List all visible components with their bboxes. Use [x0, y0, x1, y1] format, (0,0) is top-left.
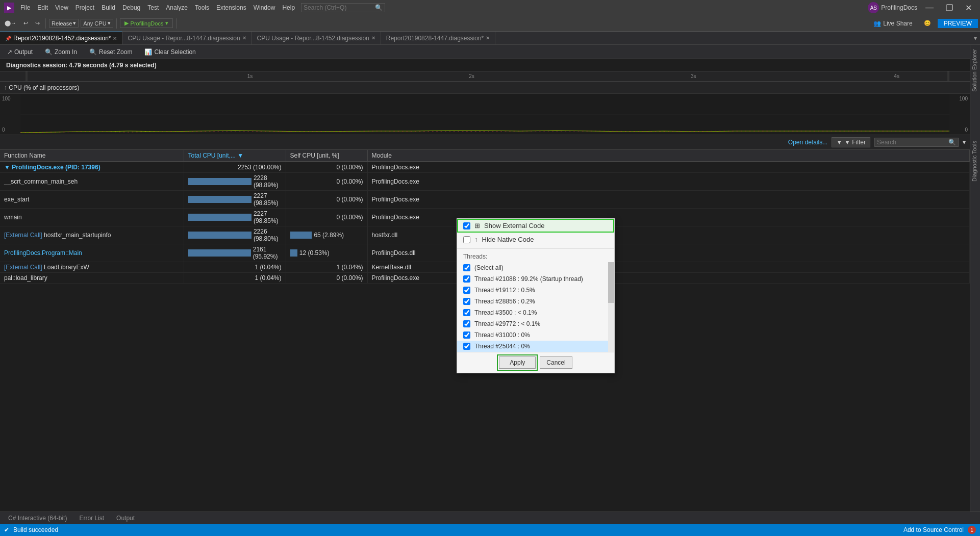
- tab-label-1: CPU Usage - Repor...8-1447.diagsession: [128, 35, 240, 42]
- tab-close-2[interactable]: ✕: [371, 35, 375, 41]
- thread-item-2[interactable]: Thread #28856 : 0.2%: [457, 296, 614, 307]
- bottom-tab-errors[interactable]: Error List: [75, 514, 108, 523]
- tab-3[interactable]: Report20190828-1447.diagsession* ✕: [381, 32, 495, 45]
- build-config-dropdown[interactable]: Release ▾: [49, 19, 79, 28]
- hide-native-code-item[interactable]: ↑ Hide Native Code: [457, 233, 614, 246]
- total-cpu-cell: 2161 (95.92%): [184, 244, 286, 262]
- menu-file[interactable]: File: [17, 3, 33, 12]
- thread-item-3[interactable]: Thread #3500 : < 0.1%: [457, 307, 614, 318]
- thread-scrollbar-track[interactable]: [608, 262, 614, 352]
- diagnostic-tools-tab[interactable]: Diagnostic Tools: [970, 137, 980, 186]
- fn-name-cell[interactable]: wmain: [0, 209, 184, 226]
- global-search-box[interactable]: 🔍: [301, 3, 385, 12]
- run-button[interactable]: ▶ ProfilingDocs ▾: [120, 18, 173, 28]
- bottom-tab-csharp[interactable]: C# Interactive (64-bit): [4, 514, 71, 523]
- thread-checkbox-2[interactable]: [463, 298, 470, 305]
- tab-2[interactable]: CPU Usage - Repor...8-1452.diagsession ✕: [252, 32, 381, 45]
- platform-dropdown[interactable]: Any CPU ▾: [81, 19, 113, 28]
- menu-test[interactable]: Test: [144, 3, 162, 12]
- apply-button[interactable]: Apply: [499, 356, 536, 369]
- tab-1[interactable]: CPU Usage - Repor...8-1447.diagsession ✕: [122, 32, 252, 45]
- thread-item-0[interactable]: Thread #21088 : 99.2% (Startup thread): [457, 273, 614, 285]
- show-external-code-label: Show External Code: [484, 222, 545, 229]
- y-max-right: 100: [959, 96, 968, 101]
- thread-checkbox-5[interactable]: [463, 331, 470, 339]
- menu-window[interactable]: Window: [250, 3, 279, 12]
- open-details-link[interactable]: Open details...: [788, 139, 827, 146]
- output-button[interactable]: ↗ Output: [4, 47, 36, 57]
- tabs-overflow-button[interactable]: ▾: [971, 35, 980, 42]
- close-button[interactable]: ✕: [961, 2, 976, 14]
- new-file-button[interactable]: ⬤→: [2, 18, 19, 28]
- bottom-tab-output[interactable]: Output: [112, 514, 139, 523]
- table-header-row: Function Name Total CPU [unit,... ▼ Self…: [0, 150, 970, 162]
- fn-name-cell[interactable]: exe_start: [0, 191, 184, 209]
- menu-analyze[interactable]: Analyze: [163, 3, 191, 12]
- session-info-text: Diagnostics session: 4.79 seconds (4.79 …: [6, 62, 157, 69]
- global-search-input[interactable]: [304, 4, 375, 11]
- reset-zoom-button[interactable]: 🔍 Reset Zoom: [86, 47, 135, 57]
- search-icon: 🔍: [375, 4, 383, 11]
- tab-close-3[interactable]: ✕: [486, 35, 490, 41]
- select-all-checkbox[interactable]: [463, 264, 470, 271]
- thread-select-all[interactable]: (Select all): [457, 262, 614, 273]
- timeline-area: 1s 2s 3s 4s ↑ CPU (% of all processors) …: [0, 71, 970, 135]
- menu-help[interactable]: Help: [279, 3, 298, 12]
- profile-avatar[interactable]: AS: [868, 2, 879, 13]
- filter-search-input[interactable]: [877, 139, 948, 146]
- filter-search-box[interactable]: 🔍: [874, 138, 959, 147]
- tab-close-1[interactable]: ✕: [242, 35, 246, 41]
- filter-icon: ▼: [836, 139, 842, 146]
- menu-project[interactable]: Project: [72, 3, 97, 12]
- cancel-button[interactable]: Cancel: [540, 356, 572, 369]
- undo-button[interactable]: ↩: [21, 18, 31, 28]
- col-function-name[interactable]: Function Name: [0, 150, 184, 162]
- feedback-button[interactable]: 😊: [921, 18, 934, 28]
- fn-name-cell[interactable]: ▼ ProfilingDocs.exe (PID: 17396): [0, 162, 184, 173]
- fn-name-cell[interactable]: [External Call] hostfxr_main_startupinfo: [0, 226, 184, 244]
- maximize-button[interactable]: ❐: [942, 2, 957, 14]
- show-external-code-item[interactable]: ⊞ Show External Code: [457, 219, 614, 233]
- col-total-cpu[interactable]: Total CPU [unit,... ▼: [184, 150, 286, 162]
- menu-view[interactable]: View: [52, 3, 71, 12]
- preview-button[interactable]: PREVIEW: [938, 19, 978, 28]
- thread-item-4[interactable]: Thread #29772 : < 0.1%: [457, 318, 614, 329]
- thread-item-5[interactable]: Thread #31000 : 0%: [457, 329, 614, 341]
- thread-item-6[interactable]: Thread #25044 : 0%: [457, 341, 614, 352]
- menu-edit[interactable]: Edit: [34, 3, 51, 12]
- clear-selection-button[interactable]: 📊 Clear Selection: [141, 47, 198, 57]
- solution-explorer-tab[interactable]: Solution Explorer: [970, 45, 980, 96]
- live-share-button[interactable]: 👥 Live Share: [869, 18, 917, 29]
- notifications-icon[interactable]: 1: [968, 526, 976, 534]
- filter-button[interactable]: ▼ ▼ Filter: [832, 137, 870, 147]
- col-module[interactable]: Module: [367, 150, 970, 162]
- menu-extensions[interactable]: Extensions: [213, 3, 249, 12]
- toolbar-separator-1: [45, 18, 46, 29]
- add-source-control-button[interactable]: Add to Source Control: [903, 526, 964, 533]
- col-self-cpu[interactable]: Self CPU [unit, %]: [286, 150, 367, 162]
- tab-close-0[interactable]: ✕: [113, 36, 117, 41]
- filter-expand-button[interactable]: ▾: [963, 139, 966, 146]
- timeline-ruler: 1s 2s 3s 4s: [0, 71, 970, 82]
- minimize-button[interactable]: —: [921, 2, 938, 13]
- thread-scrollbar-thumb[interactable]: [608, 262, 614, 303]
- menu-build[interactable]: Build: [98, 3, 118, 12]
- fn-name-cell[interactable]: pal::load_library: [0, 273, 184, 284]
- menu-tools[interactable]: Tools: [192, 3, 212, 12]
- redo-button[interactable]: ↪: [33, 18, 42, 28]
- thread-checkbox-4[interactable]: [463, 320, 470, 327]
- thread-checkbox-0[interactable]: [463, 275, 470, 283]
- show-external-code-checkbox[interactable]: [463, 222, 470, 229]
- thread-checkbox-6[interactable]: [463, 343, 470, 350]
- tab-0[interactable]: 📌 Report20190828-1452.diagsession* ✕: [0, 32, 122, 45]
- thread-item-1[interactable]: Thread #19112 : 0.5%: [457, 285, 614, 296]
- zoom-in-button[interactable]: 🔍 Zoom In: [42, 47, 80, 57]
- fn-name-cell[interactable]: __scrt_common_main_seh: [0, 173, 184, 191]
- thread-checkbox-3[interactable]: [463, 309, 470, 316]
- hide-native-code-checkbox[interactable]: [463, 236, 470, 243]
- menu-debug[interactable]: Debug: [119, 3, 143, 12]
- fn-name-cell[interactable]: ProfilingDocs.Program::Main: [0, 244, 184, 262]
- fn-name-cell[interactable]: [External Call] LoadLibraryExW: [0, 262, 184, 273]
- total-cpu-cell: 2253 (100.00%): [184, 162, 286, 173]
- thread-checkbox-1[interactable]: [463, 287, 470, 294]
